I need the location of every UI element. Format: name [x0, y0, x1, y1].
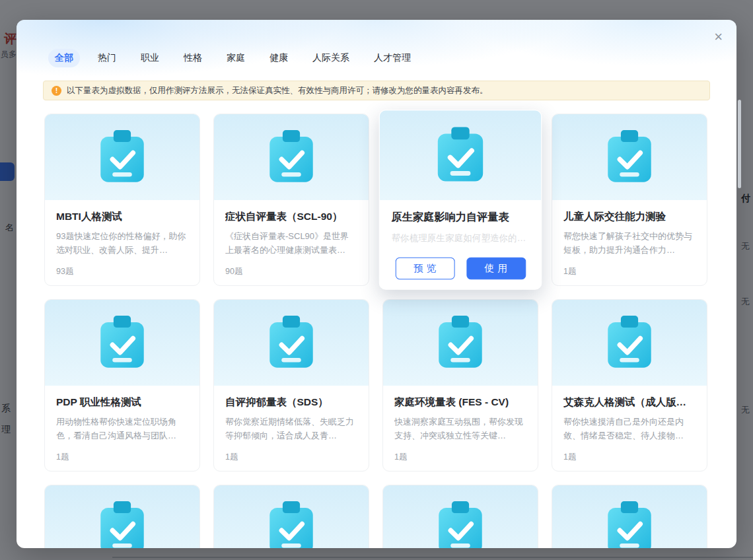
category-tab-3[interactable]: 性格 [177, 49, 209, 67]
tab-label: 职业 [141, 52, 159, 63]
scale-card[interactable] [213, 485, 369, 548]
scale-card[interactable]: 儿童人际交往能力测验 帮您快速了解孩子社交中的优势与短板，助力提升沟通合作力… … [552, 114, 707, 286]
card-title: PDP 职业性格测试 [56, 396, 188, 409]
category-tab-5[interactable]: 健康 [263, 49, 295, 67]
clipboard-check-icon [268, 316, 315, 370]
card-cover [214, 114, 369, 200]
scale-card[interactable] [44, 485, 200, 548]
card-body: 原生家庭影响力自评量表 帮你梳理原生家庭如何塑造你的… [380, 200, 542, 246]
card-question-count: 1题 [56, 452, 188, 463]
card-cover [552, 485, 707, 548]
card-body: MBTI人格测试 93题快速定位你的性格偏好，助你选对职业、改善人际、提升… 9… [45, 200, 199, 277]
clipboard-check-icon [435, 127, 485, 184]
clipboard-check-icon [437, 501, 484, 548]
notice-text: 以下量表为虚拟数据，仅用作测评方法展示，无法保证真实性、有效性与商用许可；请修改… [67, 85, 488, 96]
card-description: 用动物性格帮你快速定位职场角色，看清自己沟通风格与团队… [56, 415, 188, 443]
scale-card[interactable] [552, 485, 707, 548]
scale-card[interactable]: PDP 职业性格测试 用动物性格帮你快速定位职场角色，看清自己沟通风格与团队… … [44, 299, 200, 472]
clipboard-check-icon [268, 130, 315, 184]
category-tab-1[interactable]: 热门 [91, 49, 123, 67]
card-cover [45, 485, 199, 548]
scale-library-modal: × 全部热门职业性格家庭健康人际关系人才管理 ! 以下量表为虚拟数据，仅用作测评… [17, 20, 736, 548]
category-tab-2[interactable]: 职业 [134, 49, 166, 67]
card-description: 《症状自评量表-SCL90》是世界上最著名的心理健康测试量表… [225, 230, 357, 258]
scale-card[interactable]: 自评抑郁量表（SDS） 帮你觉察近期情绪低落、失眠乏力等抑郁倾向，适合成人及青…… [213, 299, 369, 472]
tab-label: 热门 [98, 52, 116, 63]
clipboard-check-icon [606, 501, 653, 548]
card-grid: MBTI人格测试 93题快速定位你的性格偏好，助你选对职业、改善人际、提升… 9… [44, 114, 709, 548]
card-title: 原生家庭影响力自评量表 [392, 211, 530, 225]
card-cover [380, 110, 542, 200]
tab-label: 家庭 [227, 52, 245, 63]
scale-card[interactable]: 原生家庭影响力自评量表 帮你梳理原生家庭如何塑造你的… 预览 使用 [379, 110, 542, 290]
clipboard-check-icon [437, 316, 484, 370]
card-title: 艾森克人格测试（成人版）E… [563, 396, 696, 409]
card-cover [45, 114, 199, 200]
notice-banner: ! 以下量表为虚拟数据，仅用作测评方法展示，无法保证真实性、有效性与商用许可；请… [43, 81, 710, 100]
warning-icon: ! [52, 86, 61, 96]
card-body: 家庭环境量表 (FES - CV) 快速洞察家庭互动氛围，帮你发现支持、冲突或独… [383, 386, 538, 463]
category-tab-4[interactable]: 家庭 [220, 49, 252, 67]
card-title: 家庭环境量表 (FES - CV) [394, 396, 526, 409]
scale-card[interactable]: MBTI人格测试 93题快速定位你的性格偏好，助你选对职业、改善人际、提升… 9… [44, 114, 200, 286]
card-question-count: 1题 [563, 452, 696, 463]
card-cover [45, 300, 199, 386]
category-tab-6[interactable]: 人际关系 [306, 49, 356, 67]
modal-scrollbar-thumb[interactable] [738, 100, 741, 188]
tab-label: 人才管理 [374, 52, 411, 63]
category-tab-7[interactable]: 人才管理 [367, 49, 417, 67]
card-body: 艾森克人格测试（成人版）E… 帮你快速摸清自己是外向还是内敛、情绪是否稳定、待人… [552, 386, 707, 463]
scale-card[interactable]: 症状自评量表（SCL-90） 《症状自评量表-SCL90》是世界上最著名的心理健… [213, 114, 369, 286]
scale-card[interactable] [382, 485, 538, 548]
clipboard-check-icon [98, 316, 146, 370]
tab-label: 性格 [184, 52, 202, 63]
card-body: 症状自评量表（SCL-90） 《症状自评量表-SCL90》是世界上最著名的心理健… [214, 200, 369, 277]
card-cover [214, 485, 369, 548]
card-cover [552, 300, 707, 386]
clipboard-check-icon [268, 501, 315, 548]
use-button[interactable]: 使用 [466, 258, 526, 279]
card-question-count: 1题 [563, 266, 696, 277]
clipboard-check-icon [606, 130, 653, 184]
clipboard-check-icon [98, 501, 146, 548]
card-question-count: 1题 [225, 452, 357, 463]
card-title: 儿童人际交往能力测验 [563, 210, 696, 224]
tab-label: 全部 [55, 52, 73, 63]
card-cover [214, 300, 369, 386]
clipboard-check-icon [98, 130, 146, 184]
category-tab-bar: 全部热门职业性格家庭健康人际关系人才管理 [48, 49, 417, 67]
card-question-count: 93题 [56, 266, 188, 277]
card-actions: 预览 使用 [380, 250, 542, 279]
card-cover [383, 485, 538, 548]
card-title: 自评抑郁量表（SDS） [225, 396, 357, 409]
close-icon[interactable]: × [709, 24, 728, 50]
card-body: PDP 职业性格测试 用动物性格帮你快速定位职场角色，看清自己沟通风格与团队… … [45, 386, 199, 463]
card-description: 帮你觉察近期情绪低落、失眠乏力等抑郁倾向，适合成人及青… [225, 415, 357, 443]
clipboard-check-icon [606, 316, 653, 370]
tab-label: 健康 [269, 52, 288, 63]
card-cover [552, 114, 707, 200]
card-description: 93题快速定位你的性格偏好，助你选对职业、改善人际、提升… [56, 230, 188, 258]
card-title: MBTI人格测试 [56, 210, 188, 224]
scale-card[interactable]: 艾森克人格测试（成人版）E… 帮你快速摸清自己是外向还是内敛、情绪是否稳定、待人… [552, 299, 707, 472]
card-description: 帮你梳理原生家庭如何塑造你的… [392, 231, 530, 246]
card-body: 儿童人际交往能力测验 帮您快速了解孩子社交中的优势与短板，助力提升沟通合作力… … [552, 200, 707, 277]
card-description: 帮您快速了解孩子社交中的优势与短板，助力提升沟通合作力… [563, 230, 696, 258]
card-description: 帮你快速摸清自己是外向还是内敛、情绪是否稳定、待人接物… [563, 415, 696, 443]
card-cover [383, 300, 538, 386]
card-body: 自评抑郁量表（SDS） 帮你觉察近期情绪低落、失眠乏力等抑郁倾向，适合成人及青…… [214, 386, 369, 463]
scale-card[interactable]: 家庭环境量表 (FES - CV) 快速洞察家庭互动氛围，帮你发现支持、冲突或独… [382, 299, 538, 472]
card-question-count: 90题 [225, 266, 357, 277]
tab-label: 人际关系 [312, 52, 349, 63]
category-tab-0[interactable]: 全部 [48, 49, 80, 67]
card-title: 症状自评量表（SCL-90） [225, 210, 357, 224]
card-description: 快速洞察家庭互动氛围，帮你发现支持、冲突或独立性等关键… [394, 415, 526, 443]
card-question-count: 1题 [394, 452, 526, 463]
preview-button[interactable]: 预览 [395, 258, 454, 279]
screen: 评 员多 名 系 理 付 无 无 无 × 全部热门职业性格家庭健康人际关系人才管… [0, 0, 753, 560]
